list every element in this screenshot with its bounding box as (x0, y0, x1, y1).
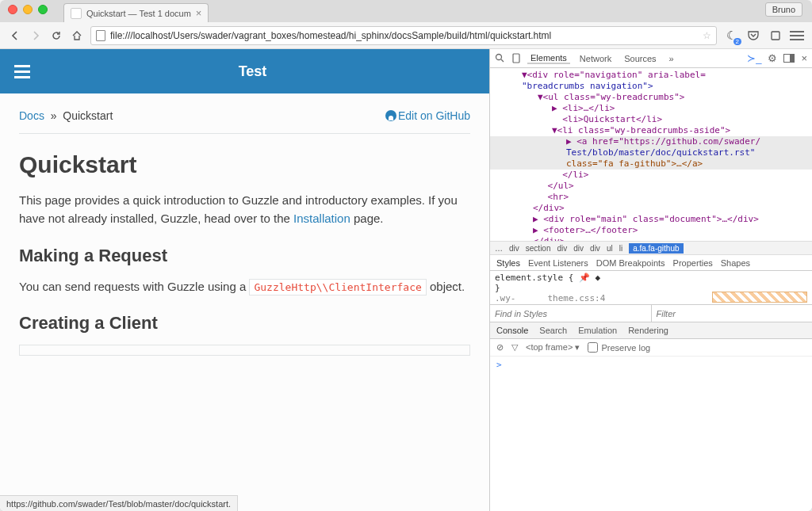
page-mobile-header: Test (0, 49, 489, 93)
console-toolbar: ⊘ ▽ <top frame> ▾ Preserve log (490, 339, 812, 357)
page-body: Docs » Quickstart Edit on GitHub Quickst… (0, 93, 489, 511)
browser-tab-active[interactable]: Quickstart — Test 1 docum × (63, 3, 209, 22)
client-interface-code: GuzzleHttp\\ClientInterface (249, 279, 426, 296)
bookmark-star-icon[interactable]: ☆ (703, 30, 711, 41)
section-creating-client: Creating a Client (19, 313, 470, 334)
breadcrumb: Docs » Quickstart Edit on GitHub (19, 109, 470, 134)
styles-tabstrip: Styles Event Listeners DOM Breakpoints P… (490, 255, 812, 271)
settings-gear-icon[interactable]: ⚙ (768, 52, 777, 64)
devtools-tab-overflow[interactable]: » (666, 54, 677, 63)
zoom-window-button[interactable] (38, 5, 48, 14)
intro-paragraph: This page provides a quick introduction … (19, 191, 470, 228)
box-model-margin (712, 292, 807, 303)
close-window-button[interactable] (8, 5, 17, 14)
breadcrumb-current: Quickstart (63, 109, 113, 122)
breadcrumb-sep: » (51, 109, 57, 122)
file-icon (96, 30, 105, 41)
styles-pane[interactable]: element.style { 📌 ◆ } .wy-theme.css:4 (490, 271, 812, 304)
favicon-icon (71, 8, 82, 19)
frame-selector[interactable]: <top frame> ▾ (526, 342, 580, 353)
back-button[interactable] (8, 29, 22, 43)
url-text: file:///localhost/Users/swader/vagrant_b… (110, 30, 551, 41)
svg-rect-0 (772, 32, 779, 40)
drawer-tab-search[interactable]: Search (539, 326, 567, 335)
devtools-tab-sources[interactable]: Sources (621, 54, 659, 63)
styles-tab-listeners[interactable]: Event Listeners (528, 258, 588, 268)
profile-chip[interactable]: Bruno (765, 2, 802, 17)
toolbar: file:///localhost/Users/swader/vagrant_b… (0, 22, 812, 49)
github-icon (385, 110, 396, 121)
tab-close-button[interactable]: × (196, 8, 202, 18)
styles-tab-styles[interactable]: Styles (496, 258, 520, 268)
dom-tree[interactable]: ▼<div role="navigation" aria-label= "bre… (490, 68, 812, 241)
devtools-panel: Elements Network Sources » ≻_ ⚙ × ▼<div … (489, 49, 812, 511)
styles-filter-row (490, 304, 812, 322)
home-button[interactable] (70, 29, 84, 43)
find-in-styles-input[interactable] (490, 305, 652, 322)
preserve-log-checkbox[interactable]: Preserve log (588, 342, 650, 353)
nav-toggle-button[interactable] (14, 65, 30, 78)
window-controls (8, 5, 48, 14)
making-request-paragraph: You can send requests with Guzzle using … (19, 277, 470, 296)
project-title: Test (30, 63, 475, 80)
extension-clip-icon[interactable] (768, 28, 783, 44)
drawer-toggle-icon[interactable]: ≻_ (747, 52, 761, 64)
tab-title: Quickstart — Test 1 docum (86, 9, 191, 18)
devtools-tab-network[interactable]: Network (576, 54, 615, 63)
drawer-tabstrip: Console Search Emulation Rendering (490, 322, 812, 339)
address-bar[interactable]: file:///localhost/Users/swader/vagrant_b… (90, 26, 717, 45)
browser-window: Quickstart — Test 1 docum × Bruno file:/… (0, 0, 812, 511)
rendered-page: Test Docs » Quickstart Edit on GitHub Qu… (0, 49, 489, 511)
reload-button[interactable] (49, 29, 63, 43)
page-h1: Quickstart (19, 151, 470, 178)
installation-link[interactable]: Installation (293, 212, 350, 225)
drawer-tab-rendering[interactable]: Rendering (628, 326, 668, 335)
edit-on-github-link[interactable]: Edit on GitHub (385, 109, 470, 122)
breadcrumb-root-link[interactable]: Docs (19, 109, 44, 122)
drawer-tab-emulation[interactable]: Emulation (578, 326, 617, 335)
dock-side-icon[interactable] (783, 54, 795, 63)
section-making-request: Making a Request (19, 246, 470, 266)
code-block-placeholder (19, 345, 470, 356)
devtools-tab-elements[interactable]: Elements (527, 53, 570, 64)
devtools-toolbar: Elements Network Sources » ≻_ ⚙ × (490, 49, 812, 68)
extension-moon-icon[interactable]: ☾2 (723, 28, 739, 44)
filter-funnel-icon[interactable]: ▽ (511, 342, 518, 353)
forward-button[interactable] (29, 29, 43, 43)
chrome-menu-button[interactable] (790, 31, 804, 40)
inspect-icon[interactable] (495, 53, 505, 63)
drawer-tab-console[interactable]: Console (496, 326, 528, 335)
dom-selected-node[interactable]: ▶ <a href="https://github.com/swader/ (490, 136, 812, 147)
svg-point-1 (496, 55, 502, 60)
console-input[interactable]: > (490, 357, 812, 511)
styles-tab-properties[interactable]: Properties (673, 258, 713, 268)
minimize-window-button[interactable] (23, 5, 33, 14)
extension-pocket-icon[interactable] (745, 28, 761, 44)
svg-rect-4 (790, 55, 795, 63)
filter-styles-input[interactable] (652, 305, 813, 322)
device-mode-icon[interactable] (511, 53, 521, 63)
dom-breadcrumbs[interactable]: … div section div div div ul li a.fa.fa-… (490, 241, 812, 255)
styles-tab-shapes[interactable]: Shapes (721, 258, 750, 268)
clear-console-icon[interactable]: ⊘ (496, 342, 504, 353)
dom-breadcrumb-active[interactable]: a.fa.fa-github (629, 243, 683, 254)
status-bar: https://github.com/swader/Test/blob/mast… (0, 495, 238, 511)
tab-strip: Quickstart — Test 1 docum × Bruno (0, 0, 812, 22)
styles-tab-dombp[interactable]: DOM Breakpoints (596, 258, 665, 268)
svg-rect-2 (513, 54, 519, 63)
content-area: Test Docs » Quickstart Edit on GitHub Qu… (0, 49, 812, 511)
devtools-close-icon[interactable]: × (801, 52, 807, 64)
